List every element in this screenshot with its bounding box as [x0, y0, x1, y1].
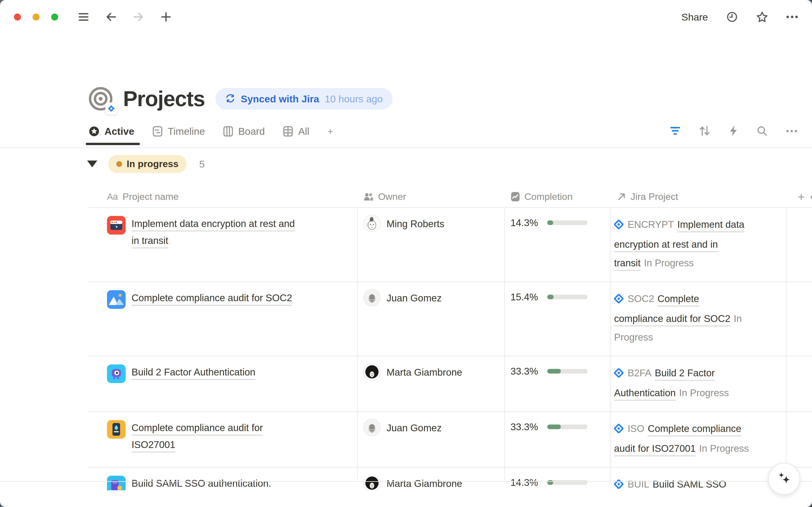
filter-icon[interactable]	[670, 126, 681, 136]
collapse-group-icon[interactable]	[87, 161, 97, 167]
owner-name: Ming Roberts	[386, 215, 444, 233]
owner-cell[interactable]: Ming Roberts	[357, 208, 504, 233]
owner-name: Juan Gomez	[386, 419, 442, 437]
forward-icon[interactable]	[133, 11, 144, 23]
column-header-project-name[interactable]: Aa Project name	[89, 191, 357, 202]
progress-bar	[547, 425, 587, 429]
project-name-link[interactable]: Build 2 Factor Authentication	[131, 363, 255, 383]
project-name-link[interactable]: Complete compliance audit for SOC2	[131, 289, 292, 309]
project-name-link[interactable]: Build SAML SSO authentication.	[131, 475, 271, 490]
avatar	[363, 474, 381, 490]
tab-active[interactable]: Active	[89, 125, 134, 137]
owner-name: Marta Giambrone	[386, 474, 462, 490]
completion-cell[interactable]: 33.3%	[504, 412, 610, 434]
completion-cell[interactable]: 33.3%	[504, 356, 610, 378]
jira-status: In Progress	[644, 258, 694, 268]
table-header: Aa Project name Owner Completion Jira Pr…	[89, 186, 812, 208]
column-header-completion[interactable]: Completion	[504, 191, 610, 202]
completion-cell[interactable]: 14.3%	[504, 208, 610, 229]
search-icon[interactable]	[757, 125, 767, 137]
tab-timeline[interactable]: Timeline	[152, 125, 205, 137]
avatar	[363, 289, 381, 306]
tab-board[interactable]: Board	[223, 125, 265, 137]
progress-bar	[547, 220, 587, 225]
tab-label: Board	[238, 125, 265, 137]
completion-cell[interactable]: 14.3%	[504, 468, 610, 489]
owner-cell[interactable]: Juan Gomez	[357, 282, 504, 307]
view-more-icon[interactable]	[786, 129, 797, 133]
owner-name: Juan Gomez	[386, 289, 442, 307]
status-dot	[116, 161, 122, 167]
close-window-button[interactable]	[14, 13, 21, 20]
add-view-button[interactable]: +	[327, 125, 333, 137]
back-icon[interactable]	[105, 11, 117, 23]
sync-icon	[225, 93, 235, 104]
jira-key: ENCRYPT	[628, 219, 674, 230]
projects-table: Aa Project name Owner Completion Jira Pr…	[89, 186, 812, 490]
progress-bar	[547, 295, 587, 299]
project-name-cell[interactable]: Implement data encryption at rest and in…	[89, 208, 357, 258]
minimize-window-button[interactable]	[33, 13, 40, 20]
completion-percent: 14.3%	[510, 216, 538, 229]
column-divider[interactable]	[610, 208, 611, 482]
column-header-jira-project[interactable]: Jira Project	[610, 191, 786, 202]
tab-label: Active	[105, 125, 134, 137]
progress-bar-fill	[547, 425, 561, 429]
toolbar: Share	[0, 0, 812, 34]
progress-bar-fill	[547, 369, 561, 374]
table-row[interactable]: Implement data encryption at rest and in…	[89, 208, 812, 282]
table-row[interactable]: Build 2 Factor Authentication Marta Giam…	[89, 356, 812, 412]
updates-clock-icon[interactable]	[726, 11, 738, 23]
jira-diamond-icon	[614, 216, 623, 235]
group-status-pill[interactable]: In progress	[108, 155, 187, 173]
zoom-window-button[interactable]	[51, 13, 58, 20]
jira-project-cell[interactable]: ISOComplete compliance audit for ISO2700…	[610, 412, 786, 467]
completion-percent: 14.3%	[510, 476, 538, 489]
table-row[interactable]: Complete compliance audit for ISO27001 J…	[89, 412, 812, 468]
ai-assistant-button[interactable]	[768, 463, 800, 495]
owner-cell[interactable]: Marta Giambrone	[357, 468, 504, 490]
progress-bar-fill	[547, 295, 553, 299]
synced-with-jira-pill[interactable]: Synced with Jira 10 hours ago	[215, 88, 392, 110]
owner-cell[interactable]: Juan Gomez	[357, 412, 504, 437]
group-count: 5	[199, 158, 205, 170]
table-row[interactable]: Build SAML SSO authentication. Marta Gia…	[89, 468, 812, 490]
group-label: In progress	[127, 158, 179, 169]
tabs-divider	[0, 148, 812, 148]
project-name-cell[interactable]: Build SAML SSO authentication.	[89, 468, 357, 490]
completion-cell[interactable]: 15.4%	[504, 282, 610, 304]
tab-all[interactable]: All	[283, 125, 309, 137]
project-name-cell[interactable]: Complete compliance audit for ISO27001	[89, 412, 357, 462]
automations-lightning-icon[interactable]	[729, 125, 738, 137]
favorite-star-icon[interactable]	[756, 11, 768, 23]
jira-key: B2FA	[628, 368, 651, 378]
column-header-owner[interactable]: Owner	[357, 191, 504, 202]
jira-project-cell[interactable]: BUILBuild SAML SSO authentication.In Pro…	[610, 468, 786, 490]
sidebar-menu-icon[interactable]	[78, 11, 89, 23]
sort-icon[interactable]	[699, 125, 710, 137]
column-divider[interactable]	[786, 208, 787, 482]
share-button[interactable]: Share	[682, 11, 708, 23]
jira-project-cell[interactable]: ENCRYPTImplement data encryption at rest…	[610, 208, 786, 282]
more-options-icon[interactable]	[786, 11, 798, 23]
jira-project-cell[interactable]: B2FABuild 2 Factor AuthenticationIn Prog…	[610, 356, 786, 411]
project-name-link[interactable]: Complete compliance audit for ISO27001	[131, 419, 301, 453]
project-icon	[107, 420, 126, 439]
progress-bar	[547, 369, 587, 374]
project-name-cell[interactable]: Complete compliance audit for SOC2	[89, 282, 357, 318]
avatar	[363, 419, 381, 436]
column-label: Completion	[524, 191, 573, 202]
jira-project-cell[interactable]: SOC2Complete compliance audit for SOC2In…	[610, 282, 786, 356]
page-target-icon[interactable]	[88, 86, 114, 112]
table-row[interactable]: Complete compliance audit for SOC2 Juan …	[89, 282, 812, 356]
column-label: Jira Project	[631, 191, 678, 202]
column-divider[interactable]	[504, 208, 505, 482]
new-page-icon[interactable]	[160, 11, 172, 23]
project-name-cell[interactable]: Build 2 Factor Authentication	[89, 356, 357, 392]
column-divider[interactable]	[357, 208, 358, 482]
clipped-more-icon	[811, 195, 812, 199]
project-name-link[interactable]: Implement data encryption at rest and in…	[131, 215, 301, 249]
add-column-button[interactable]: +	[786, 186, 812, 207]
plus-icon: +	[798, 186, 805, 207]
owner-cell[interactable]: Marta Giambrone	[357, 356, 504, 381]
